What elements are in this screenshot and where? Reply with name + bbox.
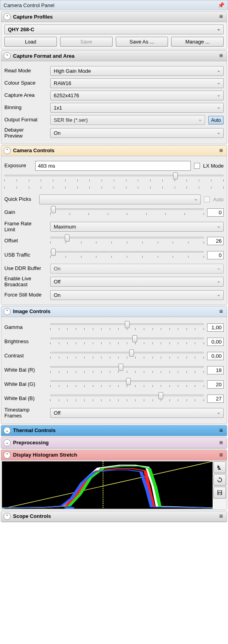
panel-header-profiles: ⌃ Capture Profiles ≡ (1, 11, 227, 22)
save-as-button[interactable]: Save As ... (116, 37, 168, 47)
label-offset: Offset (4, 238, 47, 244)
exposure-slider[interactable] (4, 173, 224, 192)
frame-rate-select[interactable]: Maximum (50, 222, 224, 232)
manage-button[interactable]: Manage ... (171, 37, 224, 47)
chevron-up-icon[interactable]: ⌃ (4, 451, 11, 459)
wb-g-value[interactable] (207, 380, 224, 389)
panel-title: Capture Format and Area (13, 53, 215, 59)
chevron-up-icon[interactable]: ⌃ (4, 513, 11, 520)
output-auto-button[interactable]: Auto (208, 116, 224, 125)
panel-title: Thermal Controls (13, 427, 215, 433)
label-capture-area: Capture Area (4, 93, 47, 98)
panel-title: Image Controls (13, 308, 215, 314)
panel-header-format: ⌃ Capture Format and Area ≡ (1, 51, 227, 61)
wb-b-value[interactable] (207, 395, 224, 403)
label-frame-rate: Frame Rate Limit (4, 221, 47, 233)
wb-b-slider[interactable] (50, 393, 204, 405)
load-button[interactable]: Load (4, 37, 57, 47)
reset-button[interactable] (213, 474, 226, 486)
label-gamma: Gamma (4, 325, 47, 330)
label-output-format: Output Format (4, 117, 47, 123)
menu-icon[interactable]: ≡ (218, 52, 224, 59)
panel-title: Scope Controls (13, 513, 215, 519)
label-contrast: Contrast (4, 353, 47, 359)
broadcast-select[interactable]: Off (50, 277, 224, 287)
ddr-select: On (50, 264, 224, 274)
gamma-slider[interactable] (50, 322, 204, 334)
chevron-up-icon[interactable]: ⌃ (4, 52, 11, 59)
label-broadcast: Enable Live Broadcast (4, 276, 47, 288)
profile-select[interactable]: QHY 268-C (4, 25, 224, 34)
colour-space-select[interactable]: RAW16 (50, 78, 224, 88)
label-quick-picks: Quick Picks (4, 196, 36, 202)
chevron-up-icon[interactable]: ⌃ (4, 308, 11, 315)
chevron-up-icon[interactable]: ⌃ (4, 13, 11, 20)
menu-icon[interactable]: ≡ (218, 147, 224, 154)
quick-picks-select[interactable] (39, 195, 201, 204)
panel-body-format: Read Mode High Gain Mode Colour Space RA… (1, 61, 227, 144)
label-read-mode: Read Mode (4, 68, 47, 74)
menu-icon[interactable]: ≡ (218, 427, 224, 434)
panel-header-preproc: ⌄ Preprocessing ≡ (1, 438, 227, 448)
label-colour-space: Colour Space (4, 80, 47, 86)
pin-icon[interactable]: 📌 (218, 2, 224, 8)
panel-title: Display Histogram Stretch (13, 452, 215, 458)
label-wb-r: White Bal (R) (4, 367, 47, 373)
panel-body-profiles: QHY 268-C Load Save Save As ... Manage .… (1, 22, 227, 49)
menu-icon[interactable]: ≡ (218, 451, 224, 459)
gain-value[interactable] (207, 208, 224, 217)
menu-icon[interactable]: ≡ (218, 439, 224, 446)
panel-body-image: Gamma Brightness Contrast White Bal (R) … (1, 317, 227, 424)
histogram-tools (213, 461, 226, 509)
chevron-down-icon[interactable]: ⌄ (4, 427, 11, 434)
window-title: Camera Control Panel (4, 2, 55, 8)
panel-thermal: ⌄ Thermal Controls ≡ (1, 425, 227, 436)
wb-r-value[interactable] (207, 366, 224, 374)
panel-format: ⌃ Capture Format and Area ≡ Read Mode Hi… (1, 50, 227, 144)
label-brightness: Brightness (4, 339, 47, 345)
panel-image: ⌃ Image Controls ≡ Gamma Brightness Cont… (1, 306, 227, 424)
offset-slider[interactable] (50, 235, 204, 247)
wb-r-slider[interactable] (50, 364, 204, 376)
contrast-value[interactable] (207, 352, 224, 360)
label-gain: Gain (4, 210, 47, 215)
usb-traffic-slider[interactable] (50, 249, 204, 261)
label-exposure: Exposure (4, 163, 32, 169)
menu-icon[interactable]: ≡ (218, 13, 224, 20)
brightness-value[interactable] (207, 338, 224, 346)
svg-rect-5 (219, 493, 221, 495)
usb-traffic-value[interactable] (207, 251, 224, 259)
capture-area-select[interactable]: 6252x4176 (50, 91, 224, 100)
label-wb-b: White Bal (B) (4, 396, 47, 402)
menu-icon[interactable]: ≡ (218, 308, 224, 315)
offset-value[interactable] (207, 237, 224, 245)
menu-icon[interactable]: ≡ (218, 513, 224, 520)
force-still-select[interactable]: On (50, 290, 224, 300)
svg-point-2 (64, 506, 75, 508)
chevron-down-icon[interactable]: ⌄ (4, 439, 11, 446)
wb-g-slider[interactable] (50, 379, 204, 391)
histogram-canvas[interactable] (2, 461, 213, 509)
auto-stretch-button[interactable] (213, 461, 226, 473)
timestamp-select[interactable]: Off (50, 408, 224, 418)
label-lx-mode: LX Mode (203, 163, 224, 169)
binning-select[interactable]: 1x1 (50, 103, 224, 113)
label-debayer: Debayer Preview (4, 127, 47, 139)
auto-checkbox (204, 196, 210, 202)
label-binning: Binning (4, 105, 47, 111)
lx-mode-checkbox[interactable] (194, 163, 200, 169)
brightness-slider[interactable] (50, 336, 204, 348)
read-mode-select[interactable]: High Gain Mode (50, 66, 224, 76)
label-wb-g: White Bal (G) (4, 381, 47, 387)
save-icon-button[interactable] (213, 487, 226, 499)
svg-line-0 (2, 461, 213, 509)
chevron-up-icon[interactable]: ⌃ (4, 147, 11, 154)
gain-slider[interactable] (50, 207, 204, 219)
debayer-select[interactable]: On (50, 128, 224, 138)
panel-header-camera: ⌃ Camera Controls ≡ (1, 145, 227, 156)
contrast-slider[interactable] (50, 350, 204, 362)
exposure-input[interactable] (35, 161, 191, 171)
gamma-value[interactable] (207, 323, 224, 332)
output-format-select[interactable]: SER file (*.ser) (50, 115, 205, 125)
panel-body-histogram (1, 461, 227, 510)
